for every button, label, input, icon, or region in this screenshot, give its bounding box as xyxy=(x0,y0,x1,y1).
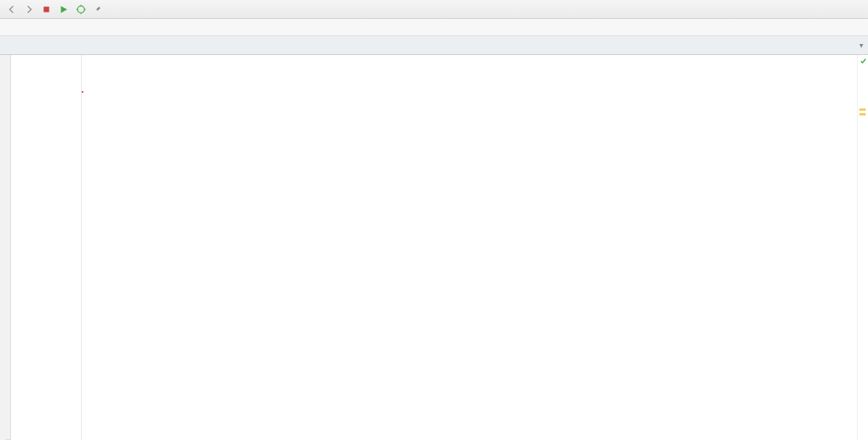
tool-window-strip[interactable] xyxy=(0,55,11,440)
svg-rect-0 xyxy=(44,6,50,12)
highlight-box xyxy=(82,91,83,93)
main-toolbar xyxy=(0,0,868,19)
svg-point-1 xyxy=(78,6,85,13)
gutter[interactable] xyxy=(11,55,82,440)
run-button[interactable] xyxy=(57,2,71,16)
code-editor[interactable] xyxy=(82,55,857,440)
error-stripe[interactable] xyxy=(857,55,868,440)
back-button[interactable] xyxy=(5,2,19,16)
attach-button[interactable] xyxy=(91,2,105,16)
inspection-ok-icon xyxy=(859,57,867,65)
debug-button[interactable] xyxy=(74,2,88,16)
tab-overflow[interactable]: ▾ xyxy=(850,36,868,54)
editor-tabs: ▾ xyxy=(0,36,868,55)
forward-button[interactable] xyxy=(22,2,36,16)
stop-button[interactable] xyxy=(39,2,53,16)
breadcrumbs xyxy=(0,19,868,36)
